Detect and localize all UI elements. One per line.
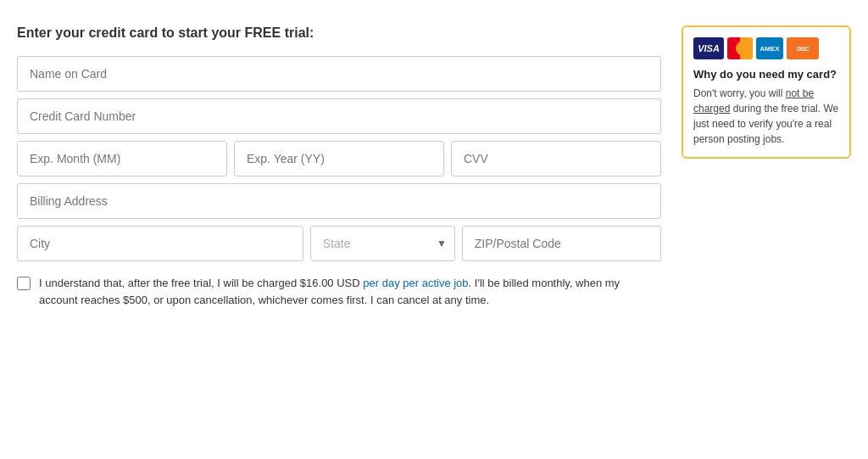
credit-card-row [17,98,661,134]
state-select[interactable]: State AL AK AZ AR CA CO CT DE FL GA HI I… [310,226,455,261]
card-info-title: Why do you need my card? [693,68,839,81]
card-text-before: Don't worry, you will [693,87,786,99]
agreement-label: I understand that, after the free trial,… [39,275,661,308]
credit-card-input[interactable] [17,98,661,134]
card-logos: VISA AMEX DISC [693,37,839,59]
discover-logo: DISC [787,37,819,59]
page-wrapper: Enter your credit card to start your FRE… [17,25,851,308]
name-on-card-row [17,56,661,92]
form-section: Enter your credit card to start your FRE… [17,25,661,308]
agreement-checkbox[interactable] [17,277,31,290]
city-state-zip-row: State AL AK AZ AR CA CO CT DE FL GA HI I… [17,226,661,261]
name-on-card-input[interactable] [17,56,661,92]
exp-cvv-row [17,141,661,176]
billing-address-row [17,183,661,219]
zip-input[interactable] [462,226,661,261]
per-day-link[interactable]: per day per active job [363,277,468,289]
billing-address-input[interactable] [17,183,661,219]
card-info-text: Don't worry, you will not be charged dur… [693,86,839,147]
visa-logo: VISA [693,37,724,59]
mastercard-logo [727,37,753,59]
exp-month-input[interactable] [17,141,227,176]
agreement-text-before: I understand that, after the free trial,… [39,277,363,289]
agreement-row: I understand that, after the free trial,… [17,275,661,308]
exp-year-input[interactable] [234,141,444,176]
page-title: Enter your credit card to start your FRE… [17,25,661,41]
amex-logo: AMEX [756,37,783,59]
state-select-wrapper: State AL AK AZ AR CA CO CT DE FL GA HI I… [310,226,455,261]
cvv-input[interactable] [451,141,661,176]
card-info-box: VISA AMEX DISC Why do you need my card? … [682,25,851,159]
city-input[interactable] [17,226,303,261]
